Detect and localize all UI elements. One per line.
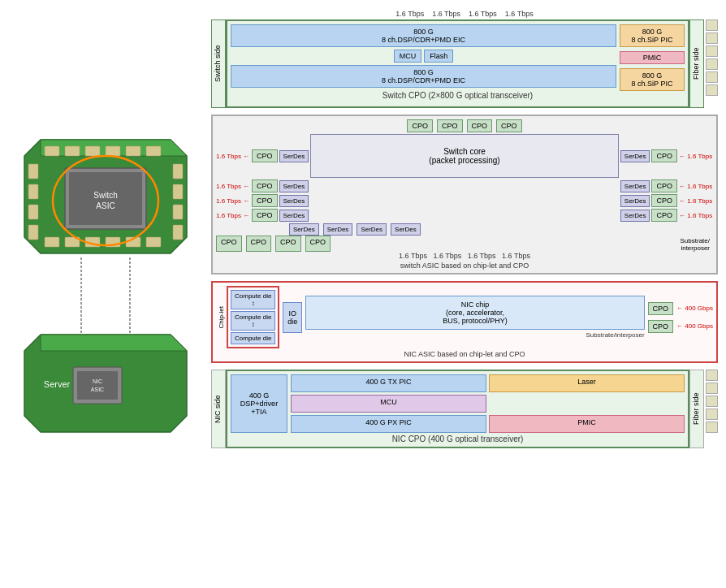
svg-rect-33 bbox=[77, 371, 118, 400]
switch-800g-dsp-bot: 800 G8 ch.DSP/CDR+PMD EIC bbox=[231, 65, 616, 88]
cpo-400g-2: ← 400 Gbps bbox=[676, 322, 713, 330]
serdes-bot-4: SerDes bbox=[391, 223, 421, 236]
serdes-right-2: SerDes bbox=[620, 180, 650, 192]
svg-marker-30 bbox=[41, 335, 187, 351]
nic-cpo-wrapper: NIC side 400 GDSP+driver+TIA 400 G TX PI… bbox=[211, 370, 718, 448]
switch-800g-dsp-top: 800 G8 ch.DSP/CDR+PMD EIC bbox=[231, 24, 616, 47]
rx-pic-box: 400 G PX PIC bbox=[291, 415, 486, 433]
tbps-top-labels: 1.6 Tbps 1.6 Tbps 1.6 Tbps 1.6 Tbps bbox=[211, 10, 718, 18]
switch-cpo-wrapper: Switch side 800 G8 ch.DSP/CDR+PMD EIC MC… bbox=[211, 19, 718, 108]
switch-800g-sip-bot: 800 G8 ch.SiP PIC bbox=[620, 68, 685, 91]
switch-cpo-box: 800 G8 ch.DSP/CDR+PMD EIC MCU Flash 800 … bbox=[226, 19, 689, 108]
tbps-bottom: 1.6 Tbps 1.6 Tbps 1.6 Tbps 1.6 Tbps bbox=[216, 252, 713, 260]
asic-row-3: 1.6 Tbps ← CPO SerDes SerDes CPO ← 1.6 T… bbox=[216, 194, 713, 207]
svg-text:ASIC: ASIC bbox=[96, 201, 115, 210]
svg-rect-3 bbox=[65, 146, 80, 156]
nic-cpo-section: 400 GDSP+driver+TIA 400 G TX PIC Laser M… bbox=[226, 370, 689, 448]
svg-rect-8 bbox=[45, 237, 59, 247]
flash-box: Flash bbox=[424, 50, 453, 63]
svg-rect-6 bbox=[126, 146, 140, 156]
cpo-left-2: CPO bbox=[252, 179, 278, 192]
cpo-nic-1: CPO bbox=[648, 302, 674, 315]
switch-core: Switch core(packet processing) bbox=[310, 134, 619, 178]
tbps-left-1: 1.6 Tbps ← bbox=[216, 153, 250, 160]
fiber-side-label-nic: Fiber side bbox=[689, 370, 704, 448]
serdes-left-4: SerDes bbox=[279, 210, 309, 222]
switch-800g-sip-top: 800 G8 ch.SiP PIC bbox=[620, 24, 685, 47]
left-panel: Switch ASIC Server NIC ASIC bbox=[8, 8, 203, 580]
substrate-label: Substrate/interposer bbox=[335, 236, 713, 252]
nic-asic-title: NIC ASIC based on chip-let and CPO bbox=[216, 350, 713, 358]
compute-die-3: Compute die bbox=[231, 332, 275, 344]
serdes-right-1: SerDes bbox=[620, 150, 650, 162]
nic-cpo-section-wrapper: NIC side 400 GDSP+driver+TIA 400 G TX PI… bbox=[211, 370, 718, 448]
svg-text:ASIC: ASIC bbox=[91, 387, 104, 392]
cpo-top-2: CPO bbox=[437, 119, 463, 132]
svg-rect-17 bbox=[28, 225, 38, 240]
nic-fiber-stripes bbox=[706, 370, 718, 448]
dsp-box: 400 GDSP+driver+TIA bbox=[231, 374, 287, 433]
svg-text:Server: Server bbox=[44, 379, 71, 389]
svg-rect-19 bbox=[173, 184, 183, 199]
cpo-bot-1: CPO bbox=[216, 236, 242, 252]
cpo-nic-2: CPO bbox=[648, 320, 674, 333]
svg-rect-15 bbox=[28, 184, 38, 199]
tbps-left-4: 1.6 Tbps ← bbox=[216, 212, 250, 219]
svg-rect-18 bbox=[173, 164, 183, 179]
svg-rect-2 bbox=[45, 146, 59, 156]
nic-right-grid: 400 G TX PIC Laser MCU 400 G PX PIC PMIC bbox=[291, 374, 685, 433]
nic-chip-wrapper: NIC chip(core, accelerator,BUS, protocol… bbox=[305, 296, 644, 339]
asic-row-1: 1.6 Tbps ← CPO SerDes Switch core(packet… bbox=[216, 134, 713, 178]
serdes-bot-1: SerDes bbox=[289, 223, 319, 236]
tx-pic-box: 400 G TX PIC bbox=[291, 374, 486, 392]
serdes-bot-3: SerDes bbox=[357, 223, 387, 236]
cpo-bot-4: CPO bbox=[305, 236, 331, 252]
laser-box: Laser bbox=[489, 374, 685, 392]
chiplet-wrapper: Chip-let Compute die↕ Compute die↕ Compu… bbox=[216, 286, 302, 348]
svg-rect-5 bbox=[106, 146, 120, 156]
nic-side-label: NIC side bbox=[211, 370, 226, 448]
tbps-right-3: ← 1.6 Tbps bbox=[679, 197, 713, 205]
cpo-right-3: CPO bbox=[651, 194, 677, 207]
nic-cpo-out-1: CPO ← 400 Gbps bbox=[648, 302, 713, 315]
nic-pmic-box: PMIC bbox=[489, 415, 685, 433]
nic-cpo-out-2: CPO ← 400 Gbps bbox=[648, 320, 713, 333]
cpo-top-row: CPO CPO CPO CPO bbox=[216, 119, 713, 132]
cpo-left-4: CPO bbox=[252, 209, 278, 222]
compute-die-1: Compute die↕ bbox=[231, 290, 275, 309]
svg-rect-13 bbox=[146, 237, 161, 247]
cpo-top-4: CPO bbox=[496, 119, 522, 132]
serdes-bot-2: SerDes bbox=[323, 223, 353, 236]
switch-asic-title: switch ASIC based on chip-let and CPO bbox=[216, 262, 713, 270]
serdes-bot-row: SerDes SerDes SerDes SerDes bbox=[216, 223, 713, 236]
fiber-side-label-cpo: Fiber side bbox=[689, 19, 704, 108]
tbps-right-2: ← 1.6 Tbps bbox=[679, 183, 713, 190]
asic-row-4: 1.6 Tbps ← CPO SerDes SerDes CPO ← 1.6 T… bbox=[216, 209, 713, 222]
svg-rect-16 bbox=[28, 205, 38, 219]
nic-substrate-label: Substrate/interposer bbox=[305, 330, 644, 339]
nic-asic-section: Chip-let Compute die↕ Compute die↕ Compu… bbox=[211, 281, 718, 363]
tbps-left-2: 1.6 Tbps ← bbox=[216, 183, 250, 190]
cpo-bot-3: CPO bbox=[275, 236, 301, 252]
cpo-top-3: CPO bbox=[467, 119, 493, 132]
serdes-right-4: SerDes bbox=[620, 210, 650, 222]
cpo-right-2: CPO bbox=[651, 179, 677, 192]
tbps-right-4: ← 1.6 Tbps bbox=[679, 212, 713, 219]
chiplet-box: Compute die↕ Compute die↕ Compute die bbox=[227, 286, 279, 348]
nic-cpo-inner: 400 GDSP+driver+TIA 400 G TX PIC Laser M… bbox=[231, 374, 685, 433]
switch-asic-section: CPO CPO CPO CPO 1.6 Tbps ← CPO SerDes Sw… bbox=[211, 115, 718, 275]
serdes-left-2: SerDes bbox=[279, 180, 309, 192]
cpo-top-1: CPO bbox=[407, 119, 433, 132]
cpo-left-1: CPO bbox=[252, 149, 278, 162]
switch-side-label: Switch side bbox=[211, 19, 226, 108]
switch-cpo-title: Switch CPO (2×800 G optical transceiver) bbox=[231, 91, 685, 100]
asic-row-2: 1.6 Tbps ← CPO SerDes SerDes CPO ← 1.6 T… bbox=[216, 179, 713, 192]
io-die-box: IOdie bbox=[283, 302, 302, 333]
svg-rect-4 bbox=[85, 146, 100, 156]
right-panel: 1.6 Tbps 1.6 Tbps 1.6 Tbps 1.6 Tbps Swit… bbox=[211, 8, 718, 580]
cpo-400g-1: ← 400 Gbps bbox=[676, 305, 713, 312]
mcu-box: MCU bbox=[394, 50, 422, 63]
nic-chip-box: NIC chip(core, accelerator,BUS, protocol… bbox=[305, 296, 644, 330]
switch-cpo-section: 1.6 Tbps 1.6 Tbps 1.6 Tbps 1.6 Tbps Swit… bbox=[211, 8, 718, 108]
svg-rect-14 bbox=[28, 164, 38, 179]
